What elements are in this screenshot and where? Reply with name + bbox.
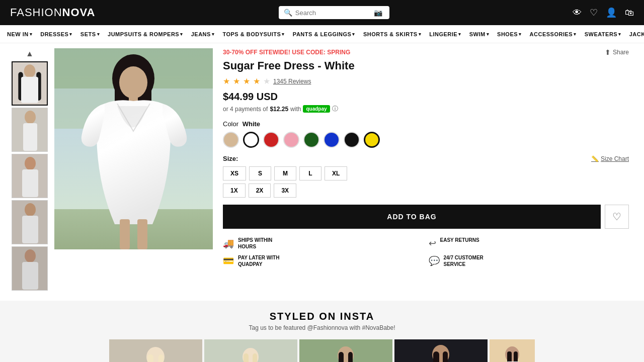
eye-icon[interactable]: 👁: [573, 8, 582, 18]
thumbnail-5[interactable]: [12, 246, 48, 291]
nav-label: SWEATERS: [585, 31, 618, 37]
insta-section: STYLED ON INSTA Tag us to be featured @F…: [0, 301, 644, 362]
svg-rect-10: [22, 169, 38, 197]
thumbnail-1[interactable]: [12, 61, 48, 106]
nav-item-jackets[interactable]: JACKETS▾: [625, 25, 644, 43]
size-3x[interactable]: 3X: [274, 184, 296, 198]
nav-item-sweaters[interactable]: SWEATERS▾: [581, 25, 625, 43]
color-swatch-yellow[interactable]: [364, 132, 380, 148]
nav-label: PANTS & LEGGINGS: [293, 31, 352, 37]
customer-service-text: 24/7 CUSTOMER: [444, 254, 484, 261]
chevron-down-icon: ▾: [30, 32, 33, 37]
chevron-down-icon: ▾: [212, 32, 215, 37]
size-xs[interactable]: XS: [223, 166, 246, 180]
color-swatch-white[interactable]: [243, 132, 259, 148]
color-label: Color White: [223, 120, 629, 128]
color-swatch-red[interactable]: [263, 132, 279, 148]
share-button[interactable]: ⬆ Share: [605, 48, 629, 56]
main-nav: NEW IN▾ DRESSES▾ SETS▾ JUMPSUITS & ROMPE…: [0, 25, 644, 43]
svg-point-9: [25, 157, 36, 170]
feature-returns: ↩ EASY RETURNS: [429, 237, 629, 249]
quadpay-with: with: [290, 106, 301, 113]
insta-image-2[interactable]: [204, 339, 297, 362]
svg-rect-46: [348, 352, 353, 362]
color-swatch-blue[interactable]: [324, 132, 340, 148]
header-center: 🔍 📷: [279, 6, 389, 19]
chevron-down-icon: ▾: [487, 32, 490, 37]
reviews-link[interactable]: 1345 Reviews: [273, 78, 311, 85]
product-area: ▲: [0, 43, 644, 296]
features-grid: 🚚 SHIPS WITHIN HOURS ↩ EASY RETURNS 💳 PA…: [223, 237, 629, 267]
color-swatch-green[interactable]: [303, 132, 319, 148]
svg-rect-38: [244, 353, 249, 362]
svg-rect-60: [514, 351, 518, 362]
nav-item-shorts[interactable]: SHORTS & SKIRTS▾: [359, 25, 425, 43]
color-swatch-black[interactable]: [344, 132, 360, 148]
svg-rect-16: [22, 262, 38, 290]
logo[interactable]: FASHIONNOVA: [10, 6, 96, 19]
add-to-bag-button[interactable]: ADD TO BAG: [223, 205, 601, 229]
insta-carousel: ‹: [20, 339, 624, 362]
insta-image-1[interactable]: [109, 339, 202, 362]
chevron-down-icon: ▾: [519, 32, 522, 37]
size-grid: XS S M L XL: [223, 166, 629, 180]
nav-item-accessories[interactable]: ACCESSORIES▾: [526, 25, 581, 43]
ships-text-2: HOURS: [238, 244, 272, 249]
price: $44.99 USD: [223, 91, 629, 103]
chevron-down-icon: ▾: [419, 32, 422, 37]
color-swatch-pink[interactable]: [283, 132, 299, 148]
star-2: ★: [233, 76, 240, 86]
search-input[interactable]: [295, 9, 371, 17]
quadpay-feature-icon: 💳: [223, 255, 234, 266]
size-s[interactable]: S: [249, 166, 271, 180]
insta-title: STYLED ON INSTA: [20, 311, 624, 322]
wishlist-icon[interactable]: ♡: [590, 7, 598, 18]
feature-ships: 🚚 SHIPS WITHIN HOURS: [223, 237, 424, 249]
nav-item-shoes[interactable]: SHOES▾: [493, 25, 526, 43]
rating-row: ★ ★ ★ ★ ★ 1345 Reviews: [223, 76, 629, 86]
nav-item-tops[interactable]: TOPS & BODYSUITS▾: [218, 25, 288, 43]
product-wishlist-button[interactable]: ♡: [605, 205, 629, 229]
size-chart-link[interactable]: 📏 Size Chart: [591, 155, 629, 162]
thumbnail-2[interactable]: [12, 108, 48, 152]
quadpay-info-icon[interactable]: ⓘ: [332, 105, 338, 113]
thumbnail-up-button[interactable]: ▲: [25, 48, 35, 59]
star-5-empty: ★: [263, 76, 270, 86]
logo-fashion: FASHION: [10, 6, 62, 19]
customer-service-icon: 💬: [429, 255, 440, 266]
svg-rect-53: [443, 351, 448, 362]
insta-image-4[interactable]: [394, 339, 488, 362]
bag-icon[interactable]: 🛍: [625, 8, 634, 18]
thumbnail-3[interactable]: [12, 154, 48, 198]
camera-icon[interactable]: 📷: [374, 9, 382, 17]
svg-point-12: [25, 203, 36, 216]
size-2x[interactable]: 2X: [249, 184, 271, 198]
size-m[interactable]: M: [274, 166, 296, 180]
color-swatch-beige[interactable]: [223, 132, 239, 148]
nav-item-jeans[interactable]: JEANS▾: [187, 25, 219, 43]
nav-item-dresses[interactable]: DRESSES▾: [36, 25, 76, 43]
quadpay-amount: $12.25: [270, 106, 288, 113]
size-l[interactable]: L: [299, 166, 321, 180]
nav-item-new-in[interactable]: NEW IN▾: [3, 25, 36, 43]
insta-image-5[interactable]: [490, 339, 535, 362]
svg-rect-13: [22, 216, 38, 243]
nav-item-sets[interactable]: SETS▾: [76, 25, 104, 43]
size-section: Size: 📏 Size Chart XS S M L XL 1X 2X 3X: [223, 155, 629, 198]
feature-quadpay: 💳 PAY LATER WITH QUADPAY: [223, 254, 424, 267]
nav-item-lingerie[interactable]: LINGERIE▾: [425, 25, 465, 43]
chevron-down-icon: ▾: [352, 32, 355, 37]
nav-label: JUMPSUITS & ROMPERS: [108, 31, 179, 37]
nav-item-pants[interactable]: PANTS & LEGGINGS▾: [289, 25, 359, 43]
account-icon[interactable]: 👤: [606, 7, 617, 18]
quadpay-badge: quadpay: [303, 105, 330, 113]
nav-item-jumpsuits[interactable]: JUMPSUITS & ROMPERS▾: [104, 25, 187, 43]
insta-image-3[interactable]: [299, 339, 392, 362]
size-xl[interactable]: XL: [325, 166, 347, 180]
thumbnail-4[interactable]: [12, 200, 48, 244]
quadpay-feature-text-2: QUADPAY: [238, 261, 279, 267]
main-product-image: [54, 48, 213, 249]
nav-item-swim[interactable]: SWIM▾: [465, 25, 493, 43]
size-1x[interactable]: 1X: [223, 184, 246, 198]
returns-icon: ↩: [429, 238, 436, 249]
